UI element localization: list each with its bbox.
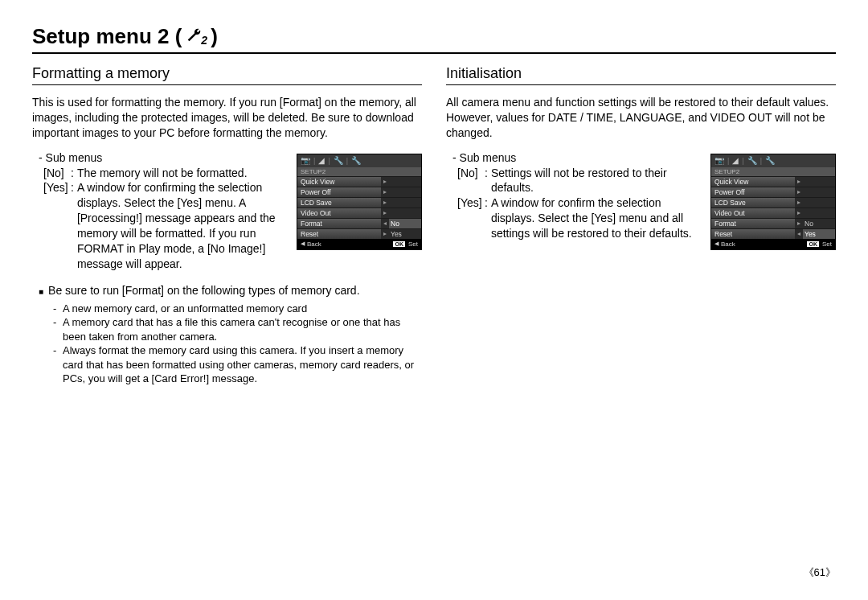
menu-row-value: No: [389, 219, 421, 228]
left-column: Formatting a memory This is used for for…: [32, 65, 422, 386]
arrow-icon: ▸: [381, 208, 389, 218]
right-column: Initialisation All camera menu and funct…: [446, 65, 836, 386]
menu-row-value: [803, 187, 835, 197]
title-suffix: ): [211, 24, 218, 49]
menu-row: Video Out▸: [711, 208, 835, 218]
menu-row: Video Out▸: [297, 208, 421, 218]
menu-row-label: Power Off: [297, 187, 381, 197]
menu-row-label: Reset: [297, 229, 381, 239]
menu-row-label: Format: [297, 219, 381, 228]
setup-label: SETUP2: [297, 167, 421, 176]
arrow-icon: ▸: [381, 177, 389, 187]
submenus-block: - Sub menus [No] : Settings will not be …: [446, 150, 701, 241]
back-label: Back: [307, 240, 321, 248]
arrow-icon: ◂: [381, 219, 389, 228]
sound-icon: ◢: [318, 156, 325, 165]
set-label: Set: [822, 240, 832, 248]
no-key: [No]: [457, 166, 485, 196]
menu-row: Power Off▸: [711, 187, 835, 197]
menu-row-value: [389, 177, 421, 187]
wrench2-icon: 🔧: [765, 156, 775, 165]
menu-row-label: Power Off: [711, 187, 795, 197]
intro-text: This is used for formatting the memory. …: [32, 95, 422, 141]
menu-row: Reset▸Yes: [297, 228, 421, 239]
wrench1-icon: 🔧: [747, 156, 757, 165]
sound-icon: ◢: [732, 156, 739, 165]
arrow-icon: ◂: [795, 229, 803, 239]
setup-label: SETUP2: [711, 167, 835, 176]
menu-row-label: LCD Save: [711, 198, 795, 208]
arrow-icon: ▸: [381, 198, 389, 208]
menu-row-label: Quick View: [297, 177, 381, 187]
menu-row-label: Reset: [711, 229, 795, 239]
arrow-icon: ▸: [795, 198, 803, 208]
camera-icon: 📷: [301, 156, 310, 165]
camera-menu-screenshot: 📷|◢|🔧|🔧SETUP2Quick View▸Power Off▸LCD Sa…: [710, 154, 836, 250]
ok-badge: OK: [807, 241, 819, 247]
page-number: 《61》: [804, 565, 836, 580]
menu-row: Format▸No: [711, 218, 835, 228]
wrench1-icon: 🔧: [334, 156, 343, 165]
ok-badge: OK: [393, 241, 405, 247]
left-arrow-icon: ◀: [301, 240, 305, 247]
menu-row-value: [389, 208, 421, 218]
arrow-icon: ▸: [795, 187, 803, 197]
menu-row-value: [389, 198, 421, 208]
left-arrow-icon: ◀: [714, 240, 719, 247]
menu-row-label: Quick View: [711, 177, 795, 187]
arrow-icon: ▸: [795, 177, 803, 187]
menu-row-value: Yes: [389, 229, 421, 239]
menu-row: Quick View▸: [711, 176, 835, 187]
yes-key: [Yes]: [457, 195, 485, 241]
no-val: Settings will not be restored to their d…: [491, 166, 701, 196]
menu-row: Reset◂Yes: [711, 228, 835, 239]
no-key: [No]: [43, 166, 71, 181]
menu-footer: ◀BackOKSet: [297, 239, 421, 249]
no-val: The memory will not be formatted.: [77, 166, 287, 181]
title-prefix: Setup menu 2 (: [32, 24, 182, 49]
page-title: Setup menu 2 ( 2 ): [32, 24, 836, 54]
section-heading: Formatting a memory: [32, 65, 422, 85]
menu-row-value: [803, 198, 835, 208]
list-item: -A memory card that has a file this came…: [53, 315, 422, 343]
menu-row: Format◂No: [297, 218, 421, 228]
menu-tabbar: 📷|◢|🔧|🔧: [711, 154, 835, 167]
bullet-note: ■ Be sure to run [Format] on the followi…: [32, 283, 422, 298]
square-bullet-icon: ■: [39, 283, 43, 298]
submenus-block: - Sub menus [No] : The memory will not b…: [32, 150, 287, 272]
camera-icon: 📷: [714, 156, 724, 165]
menu-tabbar: 📷|◢|🔧|🔧: [297, 154, 421, 167]
yes-key: [Yes]: [43, 180, 71, 271]
menu-row-value: [389, 187, 421, 197]
menu-row: LCD Save▸: [297, 197, 421, 208]
icon-subscript: 2: [201, 34, 207, 47]
menu-footer: ◀BackOKSet: [711, 239, 835, 249]
list-item: -Always format the memory card using thi…: [53, 343, 422, 386]
menu-row: LCD Save▸: [711, 197, 835, 208]
menu-row-label: LCD Save: [297, 198, 381, 208]
submenus-label: - Sub menus: [452, 150, 701, 166]
yes-val: A window for confirm the selection displ…: [491, 195, 701, 241]
back-label: Back: [721, 240, 735, 248]
section-heading: Initialisation: [446, 65, 836, 85]
wrench-icon: 2: [185, 27, 207, 47]
yes-val: A window for confirming the selection di…: [77, 180, 287, 271]
menu-row-label: Video Out: [711, 208, 795, 218]
wrench2-icon: 🔧: [351, 156, 361, 165]
set-label: Set: [408, 240, 418, 248]
camera-menu-screenshot: 📷|◢|🔧|🔧SETUP2Quick View▸Power Off▸LCD Sa…: [297, 154, 422, 250]
arrow-icon: ▸: [381, 229, 389, 239]
menu-row-value: No: [803, 219, 835, 228]
list-item: -A new memory card, or an unformatted me…: [53, 302, 422, 316]
arrow-icon: ▸: [795, 219, 803, 228]
intro-text: All camera menu and function settings wi…: [446, 95, 836, 141]
menu-row-value: Yes: [803, 229, 835, 239]
arrow-icon: ▸: [381, 187, 389, 197]
menu-row-value: [803, 177, 835, 187]
arrow-icon: ▸: [795, 208, 803, 218]
menu-row-label: Video Out: [297, 208, 381, 218]
menu-row: Quick View▸: [297, 176, 421, 187]
submenus-label: - Sub menus: [39, 150, 287, 166]
menu-row-value: [803, 208, 835, 218]
menu-row-label: Format: [711, 219, 795, 228]
